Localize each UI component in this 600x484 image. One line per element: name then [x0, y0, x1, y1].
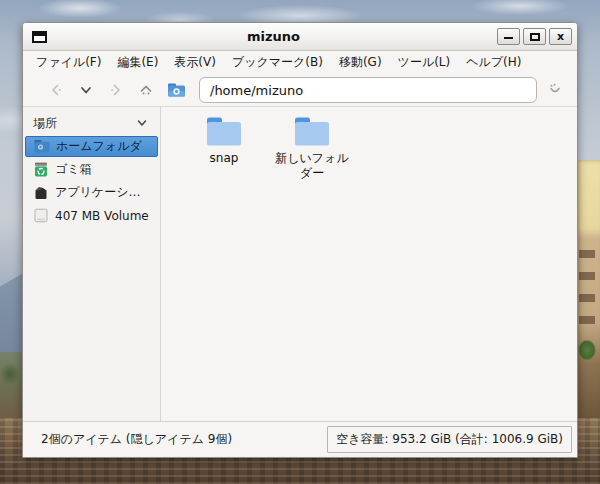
- home-button[interactable]: [163, 77, 189, 103]
- folder-icon: [205, 115, 243, 148]
- free-space-text: 空き容量: 953.2 GiB (合計: 1006.9 GiB): [327, 426, 572, 453]
- places-header-label: 場所: [33, 115, 57, 132]
- jump-to-icon: [547, 82, 563, 98]
- wallpaper-palm-tree: [576, 338, 598, 378]
- volume-drive-icon: [33, 208, 49, 223]
- sidebar-item-label: ゴミ箱: [55, 161, 92, 178]
- close-button[interactable]: x: [549, 28, 572, 45]
- sidebar-item-trash[interactable]: ゴミ箱: [25, 159, 158, 180]
- window-icon: [32, 31, 47, 43]
- up-button[interactable]: [133, 77, 159, 103]
- file-name: 新しいフォルダー: [272, 151, 352, 181]
- collapse-chevron-down-icon: [136, 117, 148, 129]
- folder-icon: [293, 115, 331, 148]
- maximize-button[interactable]: [523, 28, 546, 45]
- file-manager-window: mizuno x ファイル(F) 編集(E) 表示(V) ブックマーク(B) 移…: [22, 22, 578, 458]
- file-item-snap[interactable]: snap: [183, 115, 265, 166]
- menu-help[interactable]: ヘルプ(H): [459, 51, 528, 74]
- item-count-text: 2個のアイテム (隠しアイテム 9個): [41, 431, 232, 448]
- maximize-icon: [530, 33, 540, 41]
- chevron-double-right-icon: [108, 82, 124, 98]
- places-sidebar: 場所 ホームフォルダ: [23, 107, 161, 421]
- content-area: 場所 ホームフォルダ: [23, 107, 577, 421]
- wallpaper-building: [575, 160, 600, 422]
- close-icon: x: [557, 31, 564, 42]
- history-dropdown-button[interactable]: [73, 77, 99, 103]
- menu-go[interactable]: 移動(G): [332, 51, 389, 74]
- places-header[interactable]: 場所: [23, 111, 160, 135]
- menu-tools[interactable]: ツール(L): [391, 51, 458, 74]
- window-title: mizuno: [50, 29, 497, 44]
- file-view[interactable]: snap 新しいフォルダー: [161, 107, 577, 421]
- sidebar-item-home-folder[interactable]: ホームフォルダ: [25, 136, 158, 157]
- home-folder-icon: [34, 139, 50, 154]
- sidebar-item-label: 407 MB Volume: [55, 209, 149, 223]
- menu-edit[interactable]: 編集(E): [110, 51, 165, 74]
- minimize-button[interactable]: [497, 28, 520, 45]
- applications-icon: [33, 185, 49, 200]
- sidebar-item-volume[interactable]: 407 MB Volume: [25, 205, 158, 226]
- menu-bookmarks[interactable]: ブックマーク(B): [225, 51, 330, 74]
- sidebar-item-applications[interactable]: アプリケーション: [25, 182, 158, 203]
- menu-view[interactable]: 表示(V): [167, 51, 223, 74]
- minimize-icon: [504, 31, 513, 39]
- trash-icon: [33, 162, 49, 177]
- forward-button[interactable]: [103, 77, 129, 103]
- chevron-up-icon: [138, 82, 154, 98]
- file-item-new-folder[interactable]: 新しいフォルダー: [271, 115, 353, 181]
- chevron-double-left-icon: [48, 82, 64, 98]
- titlebar[interactable]: mizuno x: [23, 23, 577, 51]
- file-name: snap: [210, 151, 239, 166]
- sidebar-item-label: アプリケーション: [55, 184, 152, 201]
- toolbar: [23, 74, 577, 107]
- menubar: ファイル(F) 編集(E) 表示(V) ブックマーク(B) 移動(G) ツール(…: [23, 51, 577, 74]
- path-input[interactable]: [199, 77, 537, 103]
- statusbar: 2個のアイテム (隠しアイテム 9個) 空き容量: 953.2 GiB (合計:…: [23, 421, 577, 457]
- chevron-down-icon: [79, 83, 93, 97]
- back-button[interactable]: [43, 77, 69, 103]
- home-folder-icon: [167, 82, 186, 98]
- go-jump-button[interactable]: [541, 77, 569, 103]
- sidebar-item-label: ホームフォルダ: [56, 138, 142, 155]
- menu-file[interactable]: ファイル(F): [29, 51, 108, 74]
- window-menu-button[interactable]: [28, 27, 50, 47]
